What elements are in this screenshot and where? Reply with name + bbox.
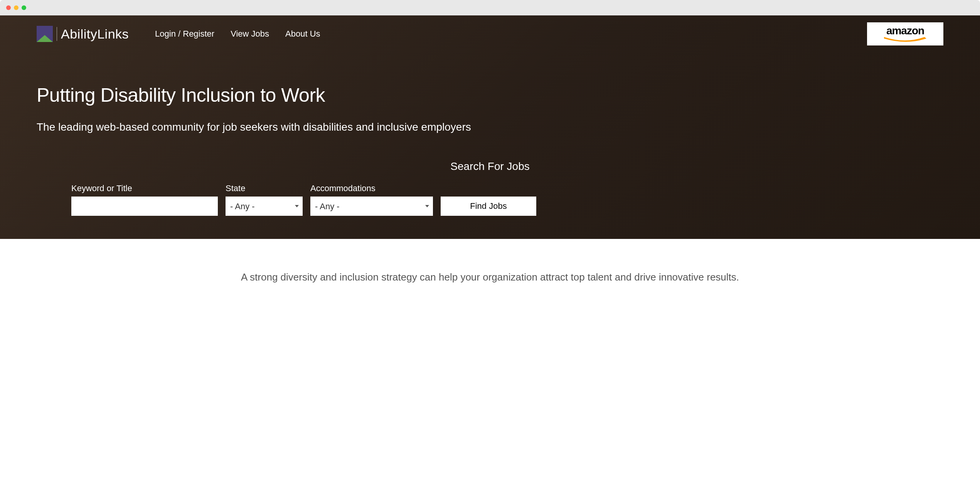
logo-icon xyxy=(37,26,53,42)
search-form: Keyword or Title State - Any - Accommoda… xyxy=(37,183,943,216)
hero-content: Putting Disability Inclusion to Work The… xyxy=(0,45,980,133)
below-hero-section: A strong diversity and inclusion strateg… xyxy=(0,239,980,300)
hero-title: Putting Disability Inclusion to Work xyxy=(37,84,943,106)
main-nav: AbilityLinks Login / Register View Jobs … xyxy=(0,15,980,45)
keyword-label: Keyword or Title xyxy=(71,183,132,193)
accommodations-select[interactable]: - Any - xyxy=(310,197,433,216)
window-minimize-button[interactable] xyxy=(14,5,19,10)
amazon-swoosh-icon xyxy=(882,36,928,42)
find-jobs-button[interactable]: Find Jobs xyxy=(441,197,536,216)
logo-divider xyxy=(57,27,57,41)
hero-section: AbilityLinks Login / Register View Jobs … xyxy=(0,15,980,239)
window-maximize-button[interactable] xyxy=(22,5,26,10)
keyword-group: Keyword or Title xyxy=(71,183,218,216)
sponsor-logo[interactable]: amazon xyxy=(867,22,943,45)
state-group: State - Any - xyxy=(226,183,303,216)
nav-links: Login / Register View Jobs About Us xyxy=(155,29,320,39)
logo-text: AbilityLinks xyxy=(61,27,129,42)
state-select[interactable]: - Any - xyxy=(226,197,303,216)
state-label: State xyxy=(226,183,245,193)
site-logo[interactable]: AbilityLinks xyxy=(37,26,129,42)
search-heading: Search For Jobs xyxy=(37,160,943,173)
hero-subtitle: The leading web-based community for job … xyxy=(37,121,943,133)
nav-view-jobs[interactable]: View Jobs xyxy=(231,29,269,39)
sponsor-name: amazon xyxy=(886,25,924,36)
nav-login-register[interactable]: Login / Register xyxy=(155,29,214,39)
diversity-statement: A strong diversity and inclusion strateg… xyxy=(42,270,938,285)
accommodations-group: Accommodations - Any - xyxy=(310,183,433,216)
nav-about-us[interactable]: About Us xyxy=(285,29,320,39)
window-close-button[interactable] xyxy=(6,5,11,10)
browser-chrome xyxy=(0,0,980,15)
search-section: Search For Jobs Keyword or Title State -… xyxy=(0,160,980,231)
accommodations-label: Accommodations xyxy=(310,183,375,193)
keyword-input[interactable] xyxy=(71,197,218,216)
